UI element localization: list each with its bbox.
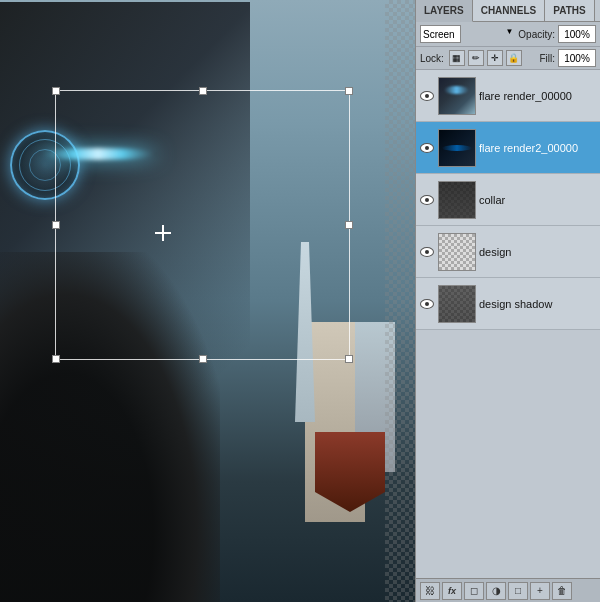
canvas-area xyxy=(0,0,415,602)
layer-visibility-toggle[interactable] xyxy=(419,192,435,208)
thumb-overlay xyxy=(444,86,469,94)
adjustments-button[interactable]: ◑ xyxy=(486,582,506,600)
lock-label: Lock: xyxy=(420,53,444,64)
circular-device xyxy=(10,130,80,200)
lock-move-icon: ✛ xyxy=(491,53,499,63)
fx-icon: fx xyxy=(448,586,456,596)
layer-visibility-toggle[interactable] xyxy=(419,244,435,260)
fill-label: Fill: xyxy=(539,53,555,64)
thumb-checker xyxy=(439,234,475,270)
lock-brush-btn[interactable]: ✏ xyxy=(468,50,484,66)
tab-layers-label: LAYERS xyxy=(424,5,464,16)
layer-item[interactable]: design xyxy=(416,226,600,278)
eye-icon xyxy=(420,299,434,309)
adjustment-icon: ◑ xyxy=(492,585,501,596)
add-mask-button[interactable]: ◻ xyxy=(464,582,484,600)
layer-name: flare render_00000 xyxy=(479,90,597,102)
building-spire xyxy=(295,242,315,422)
lock-checkerboard-btn[interactable]: ▦ xyxy=(449,50,465,66)
layer-name: design shadow xyxy=(479,298,597,310)
thumb-collar-overlay xyxy=(439,182,475,218)
link-icon: ⛓ xyxy=(425,585,435,596)
link-layers-button[interactable]: ⛓ xyxy=(420,582,440,600)
tab-layers[interactable]: LAYERS xyxy=(416,0,473,22)
lock-all-icon: 🔒 xyxy=(508,53,519,63)
canvas-image xyxy=(0,0,415,602)
app-container: LAYERS CHANNELS PATHS Screen Normal Mult… xyxy=(0,0,600,602)
delete-layer-button[interactable]: 🗑 xyxy=(552,582,572,600)
layer-item[interactable]: design shadow xyxy=(416,278,600,330)
eye-icon xyxy=(420,143,434,153)
layer-thumbnail xyxy=(438,285,476,323)
thumb-shadow-overlay xyxy=(439,286,475,322)
mask-icon: ◻ xyxy=(470,585,478,596)
lock-move-btn[interactable]: ✛ xyxy=(487,50,503,66)
layer-name: flare render2_00000 xyxy=(479,142,597,154)
eye-icon xyxy=(420,247,434,257)
layers-toolbar: ⛓ fx ◻ ◑ □ + 🗑 xyxy=(416,578,600,602)
fur-coat-texture xyxy=(0,252,220,602)
lock-all-btn[interactable]: 🔒 xyxy=(506,50,522,66)
panels-area: LAYERS CHANNELS PATHS Screen Normal Mult… xyxy=(415,0,600,602)
folder-icon: □ xyxy=(515,585,521,596)
fill-input[interactable] xyxy=(558,49,596,67)
tab-paths-label: PATHS xyxy=(553,5,585,16)
layer-thumbnail xyxy=(438,233,476,271)
layer-item[interactable]: flare render_00000 xyxy=(416,70,600,122)
layer-visibility-toggle[interactable] xyxy=(419,296,435,312)
new-layer-icon: + xyxy=(537,585,543,596)
layer-effects-button[interactable]: fx xyxy=(442,582,462,600)
tab-channels[interactable]: CHANNELS xyxy=(473,0,546,21)
transform-handle-top-right[interactable] xyxy=(345,87,353,95)
lens-flare xyxy=(38,148,158,160)
opacity-input[interactable] xyxy=(558,25,596,43)
layers-panel: Screen Normal Multiply Overlay Opacity: … xyxy=(416,22,600,602)
layer-name: design xyxy=(479,246,597,258)
checker-transparency xyxy=(385,0,415,602)
thumb-overlay xyxy=(442,145,472,151)
group-layers-button[interactable]: □ xyxy=(508,582,528,600)
tab-paths[interactable]: PATHS xyxy=(545,0,594,21)
layer-visibility-toggle[interactable] xyxy=(419,88,435,104)
new-layer-button[interactable]: + xyxy=(530,582,550,600)
eye-icon xyxy=(420,91,434,101)
panel-tabs: LAYERS CHANNELS PATHS xyxy=(416,0,600,22)
trash-icon: 🗑 xyxy=(557,585,567,596)
layer-thumbnail xyxy=(438,77,476,115)
eye-icon xyxy=(420,195,434,205)
crosshair xyxy=(155,225,171,241)
layer-item[interactable]: collar xyxy=(416,174,600,226)
tab-channels-label: CHANNELS xyxy=(481,5,537,16)
opacity-label: Opacity: xyxy=(518,29,555,40)
lock-row: Lock: ▦ ✏ ✛ 🔒 Fill: xyxy=(416,47,600,70)
layer-name: collar xyxy=(479,194,597,206)
layer-item[interactable]: flare render2_00000 xyxy=(416,122,600,174)
layers-list[interactable]: flare render_00000 flare render2_00000 xyxy=(416,70,600,578)
blend-mode-select[interactable]: Screen Normal Multiply Overlay xyxy=(420,25,461,43)
lock-checkerboard-icon: ▦ xyxy=(452,53,461,63)
layer-visibility-toggle[interactable] xyxy=(419,140,435,156)
layer-thumbnail xyxy=(438,129,476,167)
blend-mode-row: Screen Normal Multiply Overlay Opacity: xyxy=(416,22,600,47)
blend-mode-wrapper: Screen Normal Multiply Overlay xyxy=(420,25,515,43)
layer-thumbnail xyxy=(438,181,476,219)
lock-brush-icon: ✏ xyxy=(472,53,480,63)
